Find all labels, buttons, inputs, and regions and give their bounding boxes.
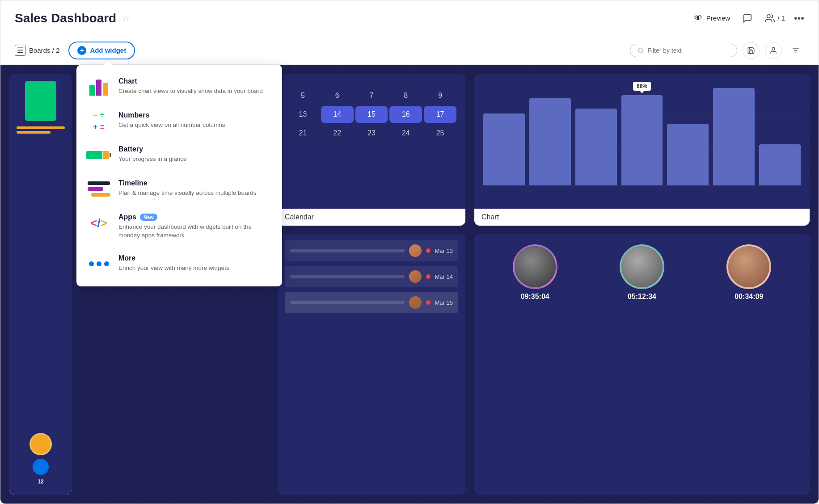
cal-cell: 13 (287, 106, 319, 123)
more-menu-button[interactable]: ••• (794, 13, 804, 24)
apps-menu-title: Apps New (118, 213, 271, 221)
list-date: Mar 14 (435, 273, 453, 280)
cal-cell: 9 (424, 87, 456, 104)
person-time: 09:35:04 (521, 293, 549, 301)
search-icon (637, 47, 644, 54)
cal-cell: 8 (389, 87, 422, 104)
person-item: 05:12:34 (620, 244, 664, 301)
battery-menu-title: Battery (118, 145, 271, 153)
person-avatar (620, 244, 664, 289)
toolbar: ☰ Boards / 2 + Add widget (0, 36, 819, 65)
chart-menu-desc: Create chart views to visually show data… (118, 87, 271, 96)
list-avatar (409, 296, 422, 309)
apps-new-badge: New (140, 214, 157, 221)
list-status-dot (426, 300, 431, 305)
add-widget-dropdown: Chart Create chart views to visually sho… (76, 65, 282, 286)
blue-circle (33, 459, 49, 475)
timeline-menu-text: Timeline Plan & manage time visually acr… (118, 179, 271, 197)
list-status-dot (426, 248, 431, 253)
cal-cell: 25 (424, 125, 456, 142)
persons-count: / 1 (777, 14, 785, 22)
more-menu-icon (87, 254, 110, 274)
timeline-menu-desc: Plan & manage time visually across multi… (118, 189, 271, 197)
menu-item-numbers[interactable]: − ÷ + ≡ Numbers Get a quick view on all … (76, 104, 282, 138)
plus-circle-icon: + (77, 46, 86, 55)
chart-widget-label: Chart (474, 209, 810, 226)
cal-cell-highlight: 14 (321, 106, 354, 123)
add-widget-label: Add widget (90, 46, 126, 54)
menu-item-timeline[interactable]: Timeline Plan & manage time visually acr… (76, 172, 282, 206)
toolbar-left: ☰ Boards / 2 + Add widget (15, 42, 135, 59)
person-avatar (513, 244, 557, 289)
preview-button[interactable]: 👁 Preview (694, 13, 730, 23)
chart-menu-text: Chart Create chart views to visually sho… (118, 77, 271, 96)
list-status-dot (426, 274, 431, 279)
list-date: Mar 15 (435, 299, 453, 306)
globe-widget: 12 (9, 423, 72, 495)
cal-cell: 21 (287, 125, 319, 142)
save-button[interactable] (743, 42, 760, 59)
person-time: 05:12:34 (628, 293, 656, 301)
boards-label: Boards / 2 (29, 46, 59, 54)
user-icon-button[interactable] (765, 42, 782, 59)
header: Sales Dashboard ☆ 👁 Preview / 1 (0, 0, 819, 36)
eye-icon: 👁 (694, 13, 703, 23)
svg-point-3 (772, 47, 775, 50)
globe-circle (30, 433, 52, 455)
menu-item-apps[interactable]: </> Apps New Enhance your dashboard with… (76, 206, 282, 247)
chart-widget: 68% Chart (474, 74, 810, 226)
timeline-menu-title: Timeline (118, 179, 271, 187)
list-bar (290, 249, 405, 252)
svg-point-0 (767, 14, 770, 17)
star-icon[interactable]: ☆ (122, 13, 131, 24)
more-menu-text: More Enrich your view with many more wid… (118, 254, 271, 273)
dropdown-arrow (103, 60, 112, 65)
apps-menu-text: Apps New Enhance your dashboard with wid… (118, 213, 271, 240)
persons-button[interactable]: / 1 (765, 13, 785, 23)
numbers-menu-desc: Get a quick view on all number columns (118, 121, 271, 130)
list-date: Mar 13 (435, 248, 453, 254)
person-time: 00:34:09 (735, 293, 763, 301)
page-title: Sales Dashboard (15, 11, 116, 25)
filter-icon-button[interactable] (787, 42, 804, 59)
header-right: 👁 Preview / 1 ••• (694, 10, 804, 27)
chart-menu-title: Chart (118, 77, 271, 85)
list-row: Mar 14 (285, 266, 458, 287)
cal-cell-highlight: 16 (389, 106, 422, 123)
apps-menu-icon: </> (87, 213, 110, 233)
preview-label: Preview (706, 14, 730, 22)
app-window: Sales Dashboard ☆ 👁 Preview / 1 (0, 0, 819, 504)
battery-menu-desc: Your progress in a glance (118, 155, 271, 164)
cal-cell-highlight: 15 (355, 106, 388, 123)
list-widget: Mar 13 Mar 14 Mar 15 (278, 234, 465, 495)
chat-icon-button[interactable] (739, 10, 756, 27)
boards-link[interactable]: ☰ Boards / 2 (15, 45, 59, 56)
list-avatar (409, 244, 422, 257)
cal-cell-highlight: 17 (424, 106, 456, 123)
chart-menu-icon (87, 77, 110, 97)
filter-input-wrap[interactable] (630, 44, 737, 57)
menu-item-more[interactable]: More Enrich your view with many more wid… (76, 247, 282, 281)
menu-item-chart[interactable]: Chart Create chart views to visually sho… (76, 70, 282, 104)
numbers-menu-text: Numbers Get a quick view on all number c… (118, 111, 271, 130)
add-widget-button[interactable]: + Add widget (68, 42, 135, 59)
cal-cell: 5 (287, 87, 319, 104)
chart-tooltip: 68% (633, 82, 651, 91)
filter-input[interactable] (647, 47, 730, 54)
timeline-menu-icon (87, 179, 110, 199)
more-menu-title: More (118, 254, 271, 262)
toolbar-right (630, 42, 804, 59)
numbers-menu-title: Numbers (118, 111, 271, 119)
menu-item-battery[interactable]: Battery Your progress in a glance (76, 138, 282, 172)
apps-menu-desc: Enhance your dashboard with widgets buil… (118, 223, 271, 240)
list-row: Mar 13 (285, 240, 458, 261)
person-item: 00:34:09 (726, 244, 771, 301)
person-avatar (726, 244, 771, 289)
left-overlay (0, 65, 9, 504)
list-bar (290, 301, 405, 304)
cal-cell: 23 (355, 125, 388, 142)
globe-number: 12 (38, 479, 43, 485)
numbers-menu-icon: − ÷ + ≡ (87, 111, 110, 131)
person-item: 09:35:04 (513, 244, 557, 301)
boards-icon: ☰ (15, 45, 25, 56)
